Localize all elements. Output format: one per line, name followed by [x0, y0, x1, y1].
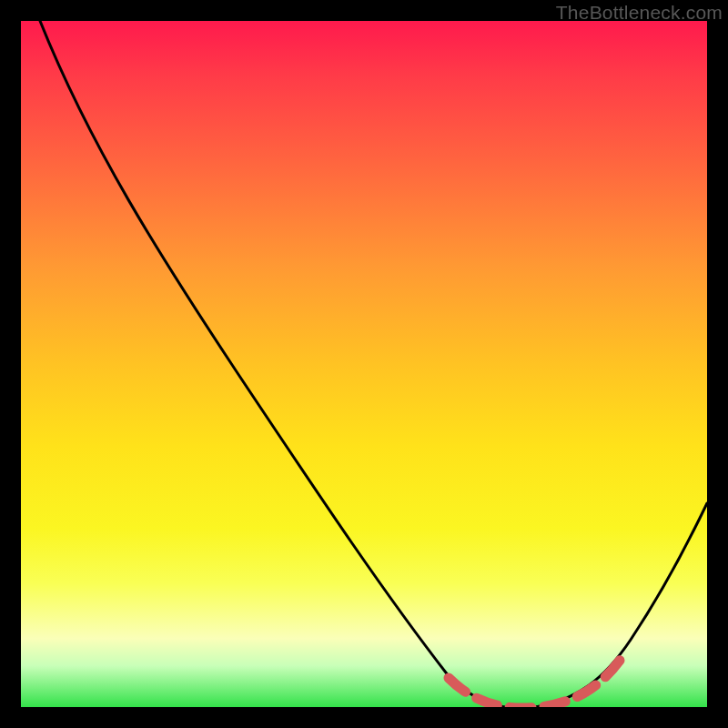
bottleneck-curve — [21, 21, 707, 707]
watermark-text: TheBottleneck.com — [556, 2, 723, 24]
chart-area — [21, 21, 707, 707]
